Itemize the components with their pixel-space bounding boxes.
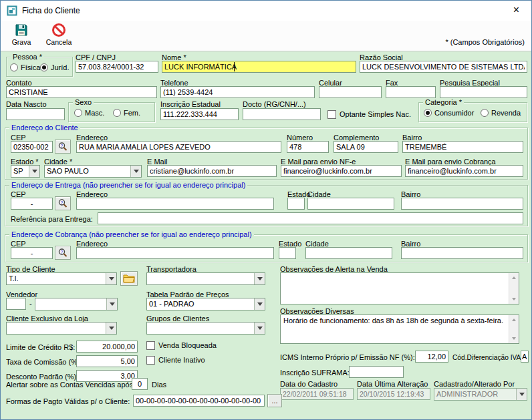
alerta-dias-input[interactable] — [132, 378, 148, 390]
tipo-cliente-select[interactable]: T.I. — [6, 272, 117, 285]
scroll-up-arrow-icon[interactable] — [509, 315, 519, 325]
tabela-precos-dropdown-arrow-icon[interactable] — [254, 298, 265, 310]
cidade-dropdown-arrow-icon[interactable] — [130, 166, 141, 177]
estado-dropdown-arrow-icon[interactable] — [29, 166, 39, 177]
data-nascto-input[interactable] — [6, 108, 65, 120]
scroll-down-arrow-icon[interactable] — [509, 334, 519, 343]
cpf-cnpj-input[interactable] — [76, 61, 158, 73]
required-fields-note: * (Campos Obrigatórios) — [445, 38, 525, 46]
endereco-input[interactable] — [76, 141, 281, 153]
obs-alerta-textarea[interactable] — [280, 272, 519, 304]
obs-alerta-scrollbar[interactable] — [509, 273, 519, 304]
vendedor-select[interactable] — [35, 298, 118, 310]
cliente-inativo-checkbox[interactable]: Cliente Inativo — [146, 355, 220, 365]
svg-text:?: ? — [61, 200, 63, 204]
radio-consumidor-circle — [424, 109, 432, 117]
telefone-input[interactable] — [160, 86, 315, 98]
cobranca-cep-lookup-button[interactable]: ? — [55, 246, 71, 260]
cidade-select[interactable]: SAO PAULO — [44, 165, 142, 178]
toolbar: Grava Cancela * (Campos Obrigatórios) — [1, 21, 531, 51]
complemento-input[interactable] — [334, 141, 398, 153]
pesquisa-especial-input[interactable] — [440, 86, 527, 98]
obs-diversas-text: Horário de funcionamento: das 8h às 18h … — [283, 317, 507, 342]
grupos-clientes-select[interactable] — [146, 322, 265, 335]
formas-pagto-input[interactable] — [133, 395, 265, 407]
obs-diversas-textarea[interactable]: Horário de funcionamento: das 8h às 18h … — [280, 314, 519, 344]
nome-input[interactable] — [162, 61, 356, 73]
referencia-entrega-input[interactable] — [98, 212, 523, 224]
vendedor-dropdown-arrow-icon[interactable] — [106, 298, 117, 310]
radio-revenda[interactable]: Revenda — [481, 108, 523, 118]
radio-consumidor[interactable]: Consumidor — [424, 108, 477, 118]
taxa-comissao-input[interactable] — [76, 355, 138, 367]
limite-credito-label: Limite de Crédito R$: — [6, 343, 75, 351]
contato-input[interactable] — [6, 86, 157, 98]
tabela-precos-select[interactable]: 01 - PADRAO — [146, 298, 265, 310]
radio-juridica[interactable]: Juríd. — [40, 63, 71, 72]
email-cobranca-input[interactable] — [405, 165, 523, 177]
cobranca-endereco-input[interactable] — [76, 247, 274, 259]
entrega-estado-input[interactable] — [287, 198, 305, 210]
venda-bloqueada-checkbox[interactable]: Venda Bloqueada — [146, 341, 227, 351]
radio-consumidor-label: Consumidor — [434, 109, 474, 117]
optante-simples-checkbox[interactable]: Optante Simples Nac. — [327, 110, 414, 120]
entrega-cidade-input[interactable] — [307, 198, 394, 210]
iva-input[interactable] — [521, 351, 529, 363]
cliente-exclusivo-select[interactable] — [6, 322, 117, 335]
docto-input[interactable] — [243, 108, 321, 120]
obs-diversas-scrollbar[interactable] — [509, 315, 519, 343]
cobranca-cep-input[interactable] — [11, 247, 53, 259]
bairro-input[interactable] — [402, 141, 523, 153]
open-folder-button[interactable] — [120, 271, 138, 286]
transportadora-dropdown-arrow-icon[interactable] — [254, 273, 265, 284]
suframa-input[interactable] — [349, 366, 404, 378]
entrega-bairro-input[interactable] — [401, 198, 523, 210]
iva-label: Cód.Diferenciação IVA: — [452, 354, 523, 361]
radio-masc[interactable]: Masc. — [74, 108, 106, 118]
tipo-cliente-dropdown-arrow-icon[interactable] — [106, 273, 116, 284]
estado-select[interactable]: SP — [11, 165, 40, 178]
close-button[interactable]: × — [501, 1, 531, 21]
vendedor-codigo-input[interactable] — [6, 298, 26, 310]
transportadora-select[interactable] — [146, 272, 265, 285]
cobranca-cidade-input[interactable] — [305, 247, 392, 259]
cadastrado-por-select: ADMINISTRADOR — [434, 388, 527, 401]
fax-input[interactable] — [386, 86, 436, 98]
desconto-padrao-label: Desconto Padrão (%): — [6, 373, 78, 381]
data-cadastro-input — [280, 388, 354, 400]
limite-credito-input[interactable] — [76, 341, 138, 353]
cep-input[interactable] — [11, 141, 53, 153]
endereco-cliente-group: Endereço do Cliente CEP ? Endereço Númer… — [5, 128, 528, 180]
cadastrado-por-label: Cadastrado/Alterado Por — [434, 380, 515, 388]
numero-input[interactable] — [287, 141, 329, 153]
cep-lookup-button[interactable]: ? — [55, 140, 71, 154]
entrega-endereco-input[interactable] — [76, 198, 274, 210]
ficha-do-cliente-window: Ficha do Cliente × Grava Cancela * (Camp… — [0, 0, 532, 420]
entrega-cep-input[interactable] — [11, 198, 53, 210]
scroll-down-arrow-icon[interactable] — [509, 294, 519, 304]
save-label: Grava — [6, 38, 37, 46]
razao-social-input[interactable] — [360, 61, 527, 73]
email-input[interactable] — [147, 165, 277, 177]
radio-fem[interactable]: Fem. — [113, 108, 142, 118]
cancel-button[interactable]: Cancela — [41, 23, 77, 49]
cobranca-estado-input[interactable] — [279, 247, 296, 259]
cidade-value: SAO PAULO — [47, 167, 129, 175]
endereco-entrega-group: Endereço de Entrega (não preencher se fo… — [5, 185, 528, 226]
radio-fisica[interactable]: Física — [10, 63, 39, 72]
grupos-clientes-dropdown-arrow-icon[interactable] — [254, 323, 265, 334]
inscricao-estadual-input[interactable] — [160, 108, 239, 120]
cliente-exclusivo-dropdown-arrow-icon[interactable] — [106, 323, 116, 334]
entrega-cep-lookup-button[interactable]: ? — [55, 196, 71, 210]
endereco-cobranca-group: Endereço de Cobrança (não preencher se f… — [5, 234, 528, 262]
celular-input[interactable] — [319, 86, 382, 98]
endereco-cobranca-title: Endereço de Cobrança (não preencher se f… — [9, 230, 254, 238]
save-button[interactable]: Grava — [6, 23, 37, 49]
venda-bloqueada-label: Venda Bloqueada — [158, 341, 217, 349]
icms-input[interactable] — [415, 351, 448, 363]
formas-pagto-more-button[interactable]: ... — [267, 394, 282, 407]
cobranca-bairro-input[interactable] — [401, 247, 523, 259]
email-nfe-input[interactable] — [281, 165, 402, 177]
scroll-up-arrow-icon[interactable] — [509, 273, 519, 282]
data-alteracao-label: Data Última Alteração — [357, 380, 428, 388]
